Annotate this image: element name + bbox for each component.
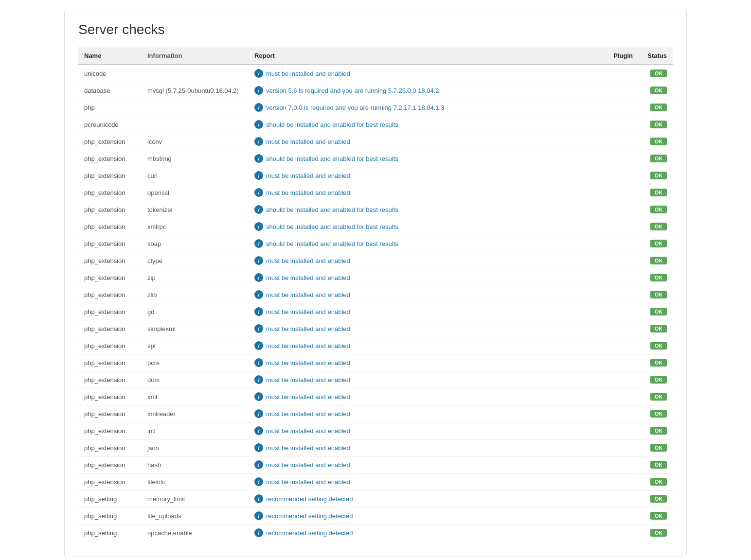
cell-report: ishould be installed and enabled for bes… (249, 201, 608, 218)
cell-status: OK (639, 269, 673, 286)
table-row: php_extensionfileinfoimust be installed … (78, 473, 673, 490)
info-icon: i (254, 120, 263, 129)
checks-table: Name Information Report Plugin Status un… (78, 47, 673, 541)
cell-report: imust be installed and enabled (249, 184, 608, 201)
cell-status: OK (639, 525, 673, 542)
status-badge: OK (650, 240, 667, 247)
table-row: php_extensionjsonimust be installed and … (78, 439, 673, 456)
cell-report: imust be installed and enabled (249, 65, 608, 82)
cell-info: simplexml (142, 320, 249, 337)
report-text: should be installed and enabled for best… (266, 121, 398, 128)
cell-report: imust be installed and enabled (249, 439, 608, 456)
info-icon: i (254, 86, 263, 95)
cell-info (142, 65, 249, 82)
cell-report: imust be installed and enabled (249, 252, 608, 269)
info-icon: i (254, 443, 263, 452)
report-text: must be installed and enabled (266, 427, 350, 435)
cell-plugin (608, 184, 639, 201)
report-text: must be installed and enabled (266, 138, 350, 145)
cell-info: pcre (142, 354, 249, 371)
cell-plugin (608, 65, 639, 82)
cell-status: OK (639, 286, 673, 303)
cell-info: gd (142, 303, 249, 320)
cell-plugin (608, 354, 639, 371)
cell-report: imust be installed and enabled (249, 167, 608, 184)
cell-info: zip (142, 269, 249, 286)
cell-status: OK (639, 337, 673, 354)
table-row: php_extensionxmlreaderimust be installed… (78, 405, 673, 422)
info-icon: i (254, 307, 263, 316)
cell-report: ishould be installed and enabled for bes… (249, 235, 608, 252)
info-icon: i (254, 477, 263, 486)
status-badge: OK (650, 274, 667, 281)
cell-info: iconv (142, 133, 249, 150)
table-row: php_extensiongdimust be installed and en… (78, 303, 673, 320)
report-text: version 7.0.0 is required and you are ru… (266, 104, 444, 111)
report-text: must be installed and enabled (266, 189, 350, 196)
cell-report: iversion 7.0.0 is required and you are r… (249, 99, 608, 116)
table-row: php_extensionsplimust be installed and e… (78, 337, 673, 354)
cell-info: zlib (142, 286, 249, 303)
report-text: must be installed and enabled (266, 393, 350, 401)
report-text: must be installed and enabled (266, 410, 350, 418)
status-badge: OK (650, 121, 667, 128)
cell-name: php_extension (78, 456, 142, 473)
info-icon: i (254, 188, 263, 197)
status-badge: OK (650, 172, 667, 179)
cell-name: php_extension (78, 422, 142, 439)
report-text: recommended setting detected (266, 529, 353, 537)
table-row: php_extensionopensslimust be installed a… (78, 184, 673, 201)
cell-name: php_extension (78, 286, 142, 303)
cell-info: xml (142, 388, 249, 405)
cell-name: pcreunicode (78, 116, 142, 133)
table-row: unicodeimust be installed and enabledOK (78, 65, 673, 82)
cell-info: intl (142, 422, 249, 439)
cell-status: OK (639, 82, 673, 99)
header-report: Report (249, 47, 608, 65)
cell-info (142, 116, 249, 133)
cell-status: OK (639, 65, 673, 82)
table-row: phpiversion 7.0.0 is required and you ar… (78, 99, 673, 116)
info-icon: i (254, 358, 263, 367)
cell-status: OK (639, 508, 673, 525)
cell-info: curl (142, 167, 249, 184)
report-text: must be installed and enabled (266, 308, 350, 315)
info-icon: i (254, 256, 263, 265)
cell-info: hash (142, 456, 249, 473)
cell-name: php_extension (78, 201, 142, 218)
report-text: should be installed and enabled for best… (266, 206, 398, 213)
status-badge: OK (650, 376, 667, 384)
cell-report: ishould be installed and enabled for bes… (249, 116, 608, 133)
cell-status: OK (639, 150, 673, 167)
status-badge: OK (650, 308, 667, 315)
cell-report: imust be installed and enabled (249, 320, 608, 337)
cell-name: php_extension (78, 388, 142, 405)
cell-status: OK (639, 439, 673, 456)
cell-report: irecommended setting detected (249, 525, 608, 542)
report-text: recommended setting detected (266, 512, 353, 520)
cell-report: imust be installed and enabled (249, 133, 608, 150)
cell-report: imust be installed and enabled (249, 303, 608, 320)
cell-name: php_extension (78, 473, 142, 490)
cell-plugin (608, 439, 639, 456)
status-badge: OK (650, 529, 667, 537)
cell-report: imust be installed and enabled (249, 388, 608, 405)
cell-info: fileinfo (142, 473, 249, 490)
cell-status: OK (639, 218, 673, 235)
cell-plugin (608, 490, 639, 508)
cell-report: ishould be installed and enabled for bes… (249, 150, 608, 167)
status-badge: OK (650, 189, 667, 196)
cell-plugin (608, 133, 639, 150)
cell-status: OK (639, 320, 673, 337)
report-text: should be installed and enabled for best… (266, 155, 398, 162)
cell-info: soap (142, 235, 249, 252)
cell-plugin (608, 201, 639, 218)
cell-report: imust be installed and enabled (249, 337, 608, 354)
server-checks-container: Server checks Name Information Report Pl… (64, 10, 687, 557)
cell-report: imust be installed and enabled (249, 269, 608, 286)
cell-name: php_extension (78, 235, 142, 252)
cell-info (142, 99, 249, 116)
cell-name: database (78, 82, 142, 99)
cell-status: OK (639, 473, 673, 490)
table-row: php_extensionzlibimust be installed and … (78, 286, 673, 303)
